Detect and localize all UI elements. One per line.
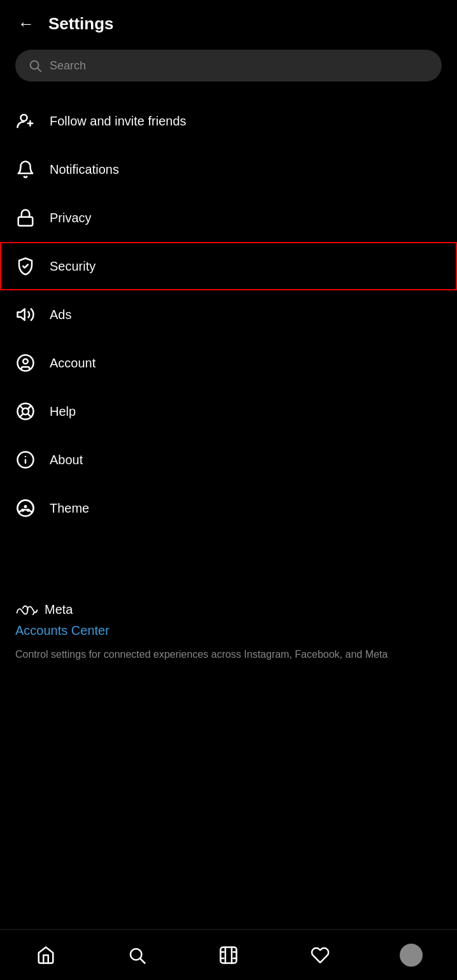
menu-label-ads: Ads xyxy=(50,308,71,322)
meta-logo-icon xyxy=(15,603,38,617)
bell-icon xyxy=(15,159,36,180)
menu-label-help: Help xyxy=(50,404,76,419)
nav-activity-button[interactable] xyxy=(301,936,339,974)
svg-line-1 xyxy=(38,68,41,71)
nav-profile-button[interactable] xyxy=(392,936,430,974)
menu-item-help[interactable]: Help xyxy=(0,387,457,436)
meta-section: Meta xyxy=(0,596,457,620)
menu-item-notifications[interactable]: Notifications xyxy=(0,145,457,194)
menu-item-theme[interactable]: Theme xyxy=(0,484,457,532)
accounts-center-description: Control settings for connected experienc… xyxy=(0,644,457,672)
info-icon xyxy=(15,450,36,470)
menu-label-theme: Theme xyxy=(50,501,89,516)
search-bar[interactable]: Search xyxy=(15,50,442,82)
svg-rect-25 xyxy=(220,947,236,963)
menu-label-follow-invite: Follow and invite friends xyxy=(50,114,186,129)
svg-marker-6 xyxy=(18,309,25,320)
shield-check-icon xyxy=(15,256,36,276)
menu-item-ads[interactable]: Ads xyxy=(0,290,457,339)
svg-point-22 xyxy=(25,506,27,508)
lock-icon xyxy=(15,208,36,228)
menu-item-security[interactable]: Security xyxy=(0,242,457,290)
avatar xyxy=(400,944,423,967)
svg-line-24 xyxy=(141,958,145,963)
svg-point-8 xyxy=(23,359,28,364)
person-circle-icon xyxy=(15,353,36,373)
svg-line-11 xyxy=(20,406,23,409)
menu-item-account[interactable]: Account xyxy=(0,339,457,387)
palette-icon xyxy=(15,498,36,518)
menu-label-about: About xyxy=(50,453,83,467)
search-placeholder: Search xyxy=(50,59,86,73)
heart-icon xyxy=(311,946,330,965)
nav-reels-button[interactable] xyxy=(209,936,248,974)
reels-icon xyxy=(219,946,238,965)
bottom-nav xyxy=(0,929,457,980)
home-icon xyxy=(36,946,55,965)
header: ← Settings xyxy=(0,0,457,45)
menu-label-account: Account xyxy=(50,356,95,371)
settings-menu: Follow and invite friends Notifications … xyxy=(0,97,457,596)
menu-label-privacy: Privacy xyxy=(50,211,92,225)
page-title: Settings xyxy=(48,14,114,34)
search-nav-icon xyxy=(127,946,146,965)
search-container: Search xyxy=(0,45,457,97)
svg-line-12 xyxy=(28,414,31,417)
search-icon xyxy=(28,59,42,73)
menu-item-privacy[interactable]: Privacy xyxy=(0,194,457,242)
menu-label-security: Security xyxy=(50,259,95,274)
menu-item-follow-invite[interactable]: Follow and invite friends xyxy=(0,97,457,145)
accounts-center-link[interactable]: Accounts Center xyxy=(0,620,457,644)
svg-line-15 xyxy=(20,414,23,417)
add-person-icon xyxy=(15,111,36,131)
svg-rect-5 xyxy=(18,217,33,226)
meta-label: Meta xyxy=(45,602,73,617)
megaphone-icon xyxy=(15,304,36,325)
help-circle-icon xyxy=(15,401,36,422)
nav-search-button[interactable] xyxy=(118,936,156,974)
menu-item-about[interactable]: About xyxy=(0,436,457,484)
svg-line-14 xyxy=(28,406,31,409)
svg-point-2 xyxy=(21,115,27,121)
nav-home-button[interactable] xyxy=(27,936,65,974)
menu-label-notifications: Notifications xyxy=(50,162,119,177)
back-button[interactable]: ← xyxy=(15,13,37,34)
